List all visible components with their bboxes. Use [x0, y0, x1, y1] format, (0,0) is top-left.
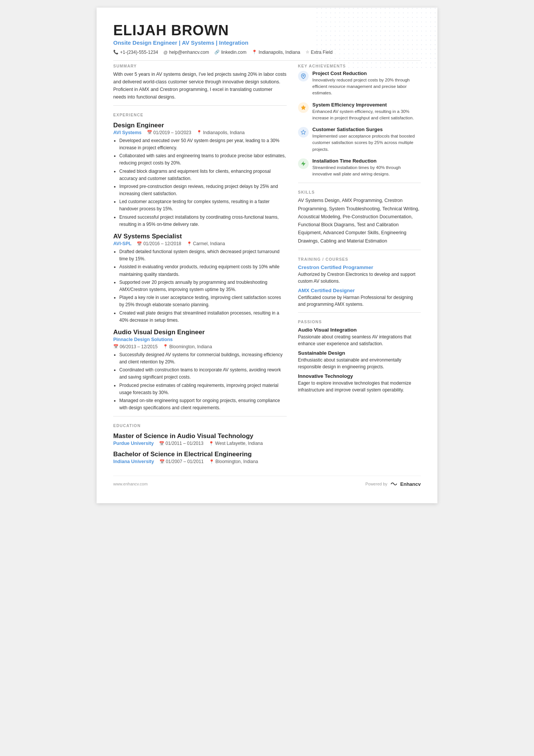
- edu-title-1: Master of Science in Audio Visual Techno…: [113, 432, 287, 440]
- job-location-3: 📍 Bloomington, Indiana: [163, 344, 212, 349]
- left-column: SUMMARY With over 5 years in AV systems …: [113, 64, 287, 465]
- candidate-name: ELIJAH BROWN: [113, 23, 421, 39]
- achievement-content-3: Customer Satisfaction Surges Implemented…: [312, 127, 421, 153]
- achievement-item-4: Installation Time Reduction Streamlined …: [298, 158, 421, 178]
- summary-text: With over 5 years in AV systems design, …: [113, 70, 287, 101]
- experience-label: EXPERIENCE: [113, 113, 287, 117]
- job-bullets-2: Drafted detailed functional system desig…: [113, 248, 287, 324]
- star-extra-icon: ☆: [306, 50, 309, 55]
- achievement-item-3: Customer Satisfaction Surges Implemented…: [298, 127, 421, 153]
- powered-by-text: Powered by: [365, 482, 387, 486]
- resume-container: ELIJAH BROWN Onsite Design Engineer | AV…: [97, 8, 437, 503]
- footer: www.enhancv.com Powered by Enhancv: [113, 476, 421, 488]
- calendar-icon-3: 📅: [113, 344, 119, 349]
- edu-meta-2: Indiana University 📅 01/2007 – 01/2011 📍…: [113, 459, 287, 464]
- edu-date-1: 📅 01/2011 – 01/2013: [159, 441, 203, 446]
- job-meta-2: AVI-SPL 📅 01/2016 – 12/2018 📍 Carmel, In…: [113, 241, 287, 246]
- achievement-icon-pin: [298, 71, 309, 81]
- achievement-title-3: Customer Satisfaction Surges: [312, 127, 421, 132]
- pin-icon-edu-2: 📍: [209, 459, 214, 464]
- svg-marker-5: [301, 161, 306, 166]
- job-bullets-1: Developed and executed over 50 AV system…: [113, 137, 287, 228]
- enhancv-logo-icon: [390, 480, 398, 488]
- pin-icon-3: 📍: [163, 344, 168, 349]
- calendar-icon-edu-1: 📅: [159, 441, 164, 446]
- education-label: EDUCATION: [113, 423, 287, 428]
- calendar-icon-2: 📅: [137, 241, 142, 246]
- email-icon: @: [163, 50, 167, 55]
- edu-location-1: 📍 West Lafayette, Indiana: [209, 441, 263, 446]
- achievement-desc-3: Implemented user acceptance protocols th…: [312, 133, 421, 153]
- contact-row: 📞 +1-(234)-555-1234 @ help@enhancv.com 🔗…: [113, 50, 421, 55]
- location-icon: 📍: [252, 50, 257, 55]
- bullet-2-1: Drafted detailed functional system desig…: [119, 248, 287, 263]
- passion-desc-2: Enthusiastic about sustainable and envir…: [298, 357, 421, 370]
- candidate-title: Onsite Design Engineer | AV Systems | In…: [113, 39, 421, 46]
- footer-brand: Powered by Enhancv: [365, 480, 421, 488]
- header-divider: [113, 60, 421, 61]
- achievement-title-4: Installation Time Reduction: [312, 158, 421, 164]
- skills-text: AV Systems Design, AMX Programming, Cres…: [298, 197, 421, 245]
- bullet-2-3: Supported over 20 projects annually by p…: [119, 279, 287, 293]
- enhancv-brand-name: Enhancv: [400, 481, 421, 487]
- achievement-item-1: Project Cost Reduction Innovatively redu…: [298, 70, 421, 97]
- contact-extra: ☆ Extra Field: [306, 50, 333, 55]
- job-date-2: 📅 01/2016 – 12/2018: [137, 241, 181, 246]
- contact-phone: 📞 +1-(234)-555-1234: [113, 50, 158, 55]
- bullet-1-2: Collaborated with sales and engineering …: [119, 152, 287, 167]
- edu-meta-1: Purdue University 📅 01/2011 – 01/2013 📍 …: [113, 441, 287, 446]
- contact-location: 📍 Indianapolis, Indiana: [252, 50, 300, 55]
- passion-desc-3: Eager to explore innovative technologies…: [298, 380, 421, 393]
- job-title-2: AV Systems Specialist: [113, 233, 287, 240]
- achievement-desc-1: Innovatively reduced project costs by 20…: [312, 77, 421, 97]
- bullet-2-4: Played a key role in user acceptance tes…: [119, 294, 287, 308]
- course-desc-2: Certificated course by Harman Profession…: [298, 294, 421, 308]
- achievement-content-4: Installation Time Reduction Streamlined …: [312, 158, 421, 178]
- edu-date-2: 📅 01/2007 – 01/2011: [159, 459, 204, 464]
- right-column: KEY ACHIEVEMENTS Project Cost Reduction …: [298, 64, 421, 465]
- job-title-3: Audio Visual Design Engineer: [113, 329, 287, 336]
- achievement-title-2: System Efficiency Improvement: [312, 102, 421, 108]
- phone-icon: 📞: [113, 50, 119, 55]
- job-date-3: 📅 06/2013 – 12/2015: [113, 344, 158, 349]
- passion-desc-1: Passionate about creating seamless AV in…: [298, 333, 421, 347]
- bullet-3-2: Coordinated with construction teams to i…: [119, 366, 287, 381]
- bullet-3-3: Produced precise estimates of cabling re…: [119, 382, 287, 396]
- job-company-1: AVI Systems: [113, 130, 142, 135]
- skills-divider: [298, 250, 421, 250]
- contact-website: 🔗 linkedin.com: [214, 50, 247, 55]
- achievement-content-2: System Efficiency Improvement Enhanced A…: [312, 102, 421, 122]
- pin-icon-2: 📍: [187, 241, 192, 246]
- achievements-label: KEY ACHIEVEMENTS: [298, 64, 421, 68]
- calendar-icon-edu-2: 📅: [159, 459, 165, 464]
- achievement-item-2: System Efficiency Improvement Enhanced A…: [298, 102, 421, 122]
- skills-label: SKILLS: [298, 190, 421, 194]
- job-company-3: Pinnacle Design Solutions: [113, 337, 173, 342]
- passion-title-2: Sustainable Design: [298, 350, 421, 356]
- bullet-3-4: Managed on-site engineering support for …: [119, 397, 287, 412]
- job-meta-3b: 📅 06/2013 – 12/2015 📍 Bloomington, India…: [113, 344, 287, 349]
- course-title-2: AMX Certified Designer: [298, 288, 421, 293]
- job-company-2: AVI-SPL: [113, 241, 131, 246]
- contact-email: @ help@enhancv.com: [163, 50, 209, 55]
- passion-title-1: Audio Visual Integration: [298, 327, 421, 333]
- header-section: ELIJAH BROWN Onsite Design Engineer | AV…: [113, 23, 421, 55]
- pin-icon-1: 📍: [197, 130, 202, 135]
- two-col-layout: SUMMARY With over 5 years in AV systems …: [113, 64, 421, 465]
- training-label: TRAINING / COURSES: [298, 257, 421, 261]
- achievement-content-1: Project Cost Reduction Innovatively redu…: [312, 70, 421, 97]
- calendar-icon-1: 📅: [147, 130, 152, 135]
- edu-school-1: Purdue University: [113, 441, 154, 446]
- edu-location-2: 📍 Bloomington, Indiana: [209, 459, 258, 464]
- achievement-desc-4: Streamlined installation times by 40% th…: [312, 164, 421, 178]
- footer-website: www.enhancv.com: [113, 482, 148, 486]
- svg-marker-3: [301, 105, 306, 110]
- training-divider: [298, 312, 421, 313]
- achievements-divider: [298, 183, 421, 183]
- svg-marker-4: [301, 130, 306, 134]
- bullet-1-6: Ensured successful project installations…: [119, 214, 287, 228]
- job-meta-3: Pinnacle Design Solutions: [113, 337, 287, 342]
- course-title-1: Crestron Certified Programmer: [298, 265, 421, 270]
- summary-divider: [113, 105, 287, 106]
- achievement-desc-2: Enhanced AV system efficiency, resulting…: [312, 108, 421, 122]
